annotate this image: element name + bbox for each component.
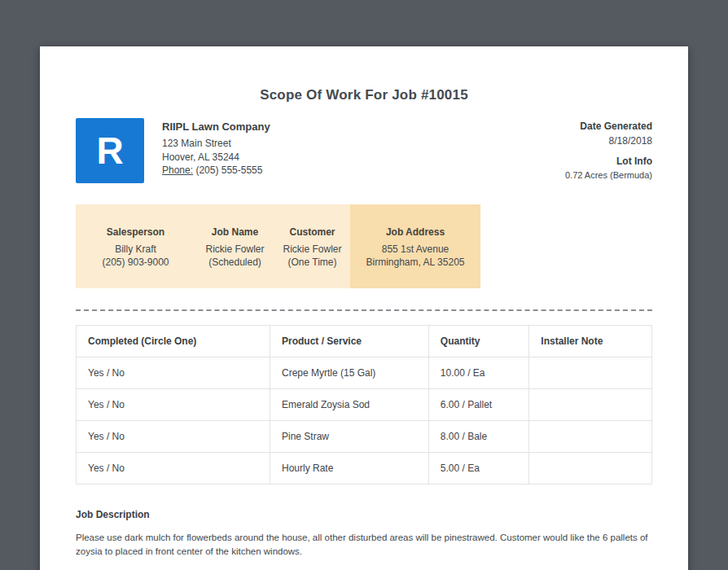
cell-product: Crepe Myrtle (15 Gal) <box>270 357 429 389</box>
cell-completed: Yes / No <box>77 389 270 421</box>
job-description-paragraph-1: Please use dark mulch for flowerbeds aro… <box>76 531 652 559</box>
header-installer-note: Installer Note <box>529 326 652 357</box>
company-address-line1: 123 Main Street <box>162 137 270 151</box>
header-product-service: Product / Service <box>270 326 429 357</box>
job-address-line2: Birmingham, AL 35205 <box>353 256 477 269</box>
cell-quantity: 8.00 / Bale <box>428 421 529 453</box>
job-info-job-address: Job Address 855 1st Avenue Birmingham, A… <box>350 204 480 288</box>
table-header-row: Completed (Circle One) Product / Service… <box>77 326 652 357</box>
job-info-customer: Customer Rickie Fowler (One Time) <box>274 204 350 288</box>
cell-completed: Yes / No <box>77 453 270 484</box>
work-items-table: Completed (Circle One) Product / Service… <box>76 325 652 484</box>
cell-completed: Yes / No <box>77 421 270 453</box>
salesperson-phone: (205) 903-9000 <box>79 256 192 269</box>
cell-product: Hourly Rate <box>270 453 429 484</box>
table-row: Yes / No Crepe Myrtle (15 Gal) 10.00 / E… <box>77 357 652 389</box>
cell-quantity: 5.00 / Ea <box>428 453 529 484</box>
lot-info-value: 0.72 Acres (Bermuda) <box>565 170 652 180</box>
cell-quantity: 6.00 / Pallet <box>428 389 529 421</box>
salesperson-label: Salesperson <box>79 226 192 238</box>
table-row: Yes / No Hourly Rate 5.00 / Ea <box>77 453 652 484</box>
customer-type: (One Time) <box>278 256 347 269</box>
job-info-job-name: Job Name Rickie Fowler (Scheduled) <box>195 204 274 288</box>
company-header: R RIIPL Lawn Company 123 Main Street Hoo… <box>76 118 652 183</box>
job-address-line1: 855 1st Avenue <box>353 243 477 256</box>
cell-installer-note <box>529 421 652 453</box>
customer-label: Customer <box>278 226 347 238</box>
page-title: Scope Of Work For Job #10015 <box>76 87 652 103</box>
lot-info-label: Lot Info <box>565 156 652 167</box>
salesperson-name: Billy Kraft <box>79 243 192 256</box>
cell-completed: Yes / No <box>77 357 270 389</box>
cell-quantity: 10.00 / Ea <box>428 357 529 389</box>
company-name: RIIPL Lawn Company <box>162 121 270 133</box>
cell-installer-note <box>529 357 652 389</box>
table-row: Yes / No Emerald Zoysia Sod 6.00 / Palle… <box>77 389 652 421</box>
job-description-heading: Job Description <box>76 509 652 520</box>
header-quantity: Quantity <box>428 326 529 357</box>
date-generated-label: Date Generated <box>565 121 652 132</box>
logo-letter: R <box>96 132 123 169</box>
phone-label: Phone: <box>162 164 193 176</box>
job-address-label: Job Address <box>353 226 477 238</box>
dashed-divider <box>76 309 652 311</box>
company-phone-line: Phone: (205) 555-5555 <box>162 164 270 178</box>
company-address-line2: Hoover, AL 35244 <box>162 151 270 164</box>
job-name-status: (Scheduled) <box>199 256 271 269</box>
job-info-band: Salesperson Billy Kraft (205) 903-9000 J… <box>76 204 480 288</box>
company-info: RIIPL Lawn Company 123 Main Street Hoove… <box>162 118 270 178</box>
job-name-value: Rickie Fowler <box>199 243 271 256</box>
document-meta: Date Generated 8/18/2018 Lot Info 0.72 A… <box>565 118 652 180</box>
document-backdrop: { "page": { "title": "Scope Of Work For … <box>0 0 728 570</box>
cell-product: Pine Straw <box>270 421 429 453</box>
company-logo: R <box>76 118 144 183</box>
header-completed: Completed (Circle One) <box>77 326 270 357</box>
table-row: Yes / No Pine Straw 8.00 / Bale <box>77 421 652 453</box>
job-info-salesperson: Salesperson Billy Kraft (205) 903-9000 <box>76 204 195 288</box>
cell-product: Emerald Zoysia Sod <box>270 389 429 421</box>
document-page: Scope Of Work For Job #10015 R RIIPL Law… <box>40 46 688 570</box>
job-name-label: Job Name <box>199 226 271 238</box>
cell-installer-note <box>529 453 652 484</box>
date-generated-value: 8/18/2018 <box>565 135 652 147</box>
customer-name: Rickie Fowler <box>278 243 347 256</box>
cell-installer-note <box>529 389 652 421</box>
phone-number: (205) 555-5555 <box>195 164 262 176</box>
